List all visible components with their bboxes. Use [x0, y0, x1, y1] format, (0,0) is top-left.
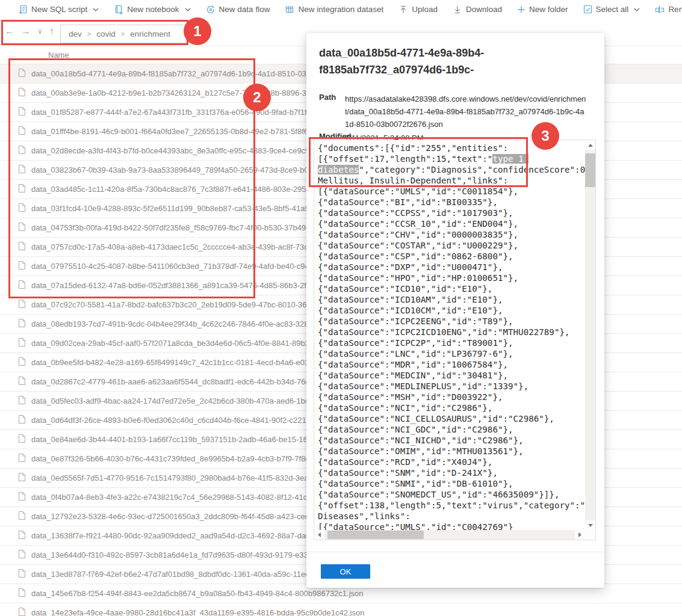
breadcrumb-segment-covid[interactable]: covid: [96, 29, 116, 38]
ok-button[interactable]: OK: [321, 564, 370, 579]
json-preview-line: {"dataSource":"SNOMEDCT_US","id":"466350…: [318, 489, 585, 500]
json-preview-line: {"dataSource":"NCI_CELLOSAURUS","id":"C2…: [318, 413, 585, 424]
breadcrumb-separator: >: [87, 30, 91, 37]
new-integration-dataset-button[interactable]: New integration dataset: [285, 5, 383, 14]
json-preview-line: {"dataSource":"ICPC2ICD10ENG","id":"MTHU…: [318, 327, 585, 337]
file-icon: [18, 164, 26, 176]
new-data-flow-button[interactable]: New data flow: [206, 5, 270, 14]
rename-button[interactable]: Rename: [655, 5, 682, 14]
toolbar-item-label: New notebook: [127, 5, 179, 14]
file-icon: [18, 395, 26, 407]
json-preview-line: {"dataSource":"NCI_GDC","id":"C2986"},: [318, 424, 585, 435]
file-name: data_14e23efa-49ce-4aae-9980-28d16bc41a3…: [31, 608, 364, 616]
back-arrow-icon[interactable]: ←: [5, 26, 14, 36]
file-name: data_03ad485c-1c11-420a-8f5a-730b4c8ac87…: [31, 185, 331, 194]
breadcrumb-segment-enrichment[interactable]: enrichment: [130, 29, 170, 38]
json-preview-line: [{"dataSource":"UMLS","id":"C0011854"},: [318, 186, 585, 197]
plus-icon: [517, 5, 525, 14]
file-icon: [18, 530, 26, 542]
horizontal-scrollbar[interactable]: [314, 530, 585, 540]
breadcrumb-segment-dev[interactable]: dev: [69, 29, 82, 38]
vertical-scrollbar[interactable]: [585, 140, 595, 530]
file-icon: [18, 280, 26, 292]
file-icon: [18, 434, 26, 446]
file-icon: [18, 126, 26, 138]
file-icon: [18, 299, 26, 311]
new-notebook-button[interactable]: New notebook: [114, 5, 190, 14]
json-preview-line: {"dataSource":"BI","id":"BI00335"},: [318, 197, 585, 208]
file-icon: [18, 241, 26, 253]
file-icon: [18, 260, 26, 273]
forward-arrow-icon[interactable]: →: [21, 26, 31, 36]
json-preview-line: {"dataSource":"SNM","id":"D-241X"},: [318, 467, 585, 478]
toolbar-item-label: New integration dataset: [298, 5, 383, 14]
file-name: data_07c92c70-5581-41a7-8bd2-bafc637b3c2…: [31, 300, 327, 309]
json-preview-line: {"dataSource":"ICD10AM","id":"E10"},: [318, 294, 585, 305]
selected-text-highlight: type 1: [492, 154, 529, 164]
callout-badge-2: 2: [243, 84, 271, 111]
scroll-up-arrow-icon[interactable]: [585, 140, 595, 150]
file-icon: [18, 568, 26, 581]
file-name: data_12792e23-5328-4e6c-93ec-d725001650a…: [31, 512, 330, 521]
upload-icon: [398, 5, 408, 14]
toolbar-item-label: Upload: [412, 5, 438, 14]
json-preview-line: {"dataSource":"SNMI","id":"DB-61010"},: [318, 478, 585, 489]
file-name: data_07a15ded-6132-47a8-bd6e-052df388136…: [31, 281, 327, 290]
new-sql-script-button[interactable]: New SQL script: [18, 5, 99, 14]
chevron-down-icon: [634, 8, 640, 11]
toolbar-item-label: New folder: [529, 5, 568, 14]
file-icon: [18, 357, 26, 369]
file-icon: [18, 337, 26, 350]
file-name: data_03823b67-0b39-43ab-9a73-8aa53389644…: [31, 165, 329, 174]
json-preview-line: {"dataSource":"ICPC2EENG","id":"T89"},: [318, 316, 585, 327]
json-preview-line: {"dataSource":"RCD","id":"X40J4"},: [318, 457, 585, 467]
new-sql-script-icon: [18, 5, 28, 14]
file-icon: [18, 376, 26, 388]
vertical-scroll-thumb[interactable]: [585, 153, 595, 187]
json-preview-line: {"dataSource":"NCI","id":"C2986"},: [318, 402, 585, 413]
breadcrumb[interactable]: dev > covid > enrichment: [60, 25, 188, 43]
file-content-preview[interactable]: {"documents":[{"id":"255","entities":[{"…: [314, 140, 596, 540]
chevron-down-icon: [93, 8, 99, 11]
new-notebook-icon: [114, 5, 123, 14]
file-icon: [18, 607, 26, 616]
json-preview-line: {"dataSource":"OMIM","id":"MTHU013561"},: [318, 446, 585, 457]
new-integration-dataset-icon: [285, 5, 294, 14]
dialog-footer-divider: [306, 552, 604, 552]
rename-icon: [655, 5, 665, 14]
download-button[interactable]: Download: [453, 5, 502, 14]
json-preview-line: {"dataSource":"COSTAR","id":"U000229"},: [318, 240, 585, 251]
file-name: data_0e87f326-5b66-4030-b76c-4431c739fde…: [31, 454, 326, 463]
new-folder-button[interactable]: New folder: [517, 5, 568, 14]
file-icon: [18, 414, 26, 427]
scroll-right-arrow-icon[interactable]: [575, 530, 585, 540]
file-icon: [18, 472, 26, 484]
chevron-down-icon: [185, 8, 191, 11]
scroll-down-arrow-icon[interactable]: [585, 520, 595, 530]
file-name: data_145e67b8-f254-494f-8843-ee2da5cb867…: [31, 589, 364, 598]
json-preview-line: {"dataSource":"ICPC2P","id":"T89001"},: [318, 337, 585, 348]
up-level-arrow-icon[interactable]: ↑: [49, 26, 54, 36]
breadcrumb-separator: >: [121, 30, 125, 37]
file-icon: [18, 203, 26, 215]
file-icon: [18, 106, 26, 119]
horizontal-scroll-thumb[interactable]: [327, 531, 424, 539]
json-preview-line: {"dataSource":"ICD10CM","id":"E10"},: [318, 305, 585, 316]
toolbar-item-label: New data flow: [219, 5, 270, 14]
json-preview-line: diabetes","category":"Diagnosis","confid…: [318, 164, 585, 175]
select-all-button[interactable]: Select all: [583, 5, 640, 14]
file-icon: [18, 491, 26, 504]
upload-button[interactable]: Upload: [398, 5, 438, 14]
toolbar-item-label: Rename: [668, 5, 682, 14]
file-icon: [18, 318, 26, 330]
name-column-label: Name: [48, 51, 69, 60]
json-preview-line: {"dataSource":"MDR","id":"10067584"},: [318, 359, 585, 370]
toolbar-item-label: New SQL script: [31, 5, 87, 14]
history-chevron-icon[interactable]: ∨: [37, 28, 43, 35]
json-preview-line: Diseases","links":: [318, 511, 585, 522]
scroll-left-arrow-icon[interactable]: [314, 530, 324, 540]
file-name: data_00ab3e9e-1a0b-4212-b9e1-b2b73426312…: [31, 88, 327, 97]
file-row[interactable]: data_14e23efa-49ce-4aae-9980-28d16bc41a3…: [0, 603, 682, 616]
json-preview-line: Mellitus, Insulin-Dependent","links":: [318, 175, 585, 186]
json-preview-line: {"dataSource":"CCPSS","id":"1017903"},: [318, 208, 585, 218]
